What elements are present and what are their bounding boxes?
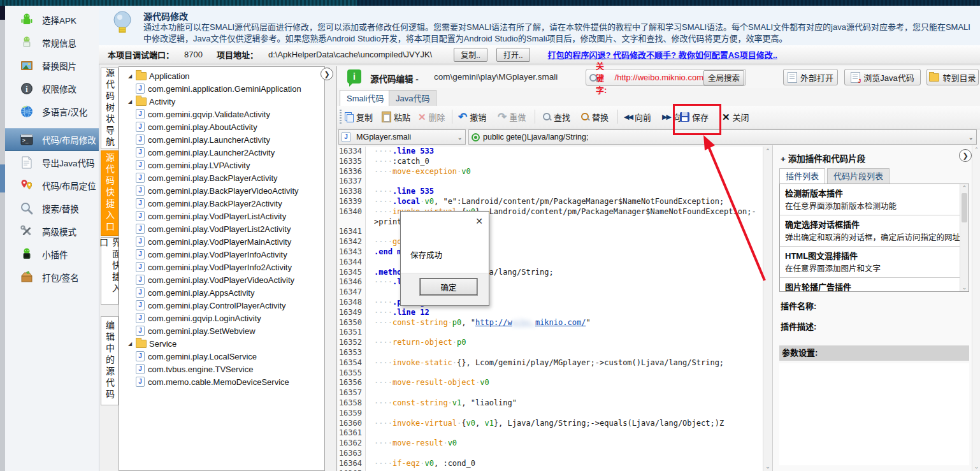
goto-directory-button[interactable]: 转到目录 (926, 69, 979, 85)
global-search-button[interactable]: 全局搜索 (703, 70, 744, 85)
tree-class-item[interactable]: Jcom.gemini.play.ControlPlayerActivity (119, 299, 324, 312)
as-config-help-link[interactable]: 打包的程序闪退? 代码修改不顺手? 教你如何配置AS项目修改.. (548, 48, 777, 61)
paste-button[interactable]: 粘贴 (382, 109, 410, 124)
tree-class-item[interactable]: Jcom.gemini.play.VodPlayerMainActivity (119, 235, 324, 248)
nav-tab-source-shortcut[interactable]: 源代码快捷入口 (101, 150, 119, 236)
plugin-list-item[interactable]: 检测新版本插件在任意界面添加新版本检测功能 (780, 184, 969, 215)
tree-class-item[interactable]: Jcom.gemini.play.VodPlayerInfo2Activity (119, 261, 324, 273)
tree-class-item[interactable]: Jcom.gemini.play.VodPlayerList2Activity (119, 222, 324, 235)
class-tree[interactable]: ◢ApplicationJcom.gemini.application.Gemi… (119, 66, 325, 471)
sidebar-item-select-apk[interactable]: 选择APK (5, 9, 99, 31)
tree-class-item[interactable]: Jcom.gemini.play.LVPActivity (119, 159, 324, 171)
tree-class-item[interactable]: Jcom.gemini.play.VodPlayerInfoActivity (119, 248, 324, 261)
scroll-thumb[interactable] (962, 193, 967, 222)
dialog-close-icon[interactable]: ✕ (475, 217, 483, 226)
sidebar-item-code-layout-locate[interactable]: 代码/布局定位 (5, 175, 99, 196)
tab-java-code[interactable]: Java代码 (389, 90, 436, 106)
tab-plugin-list[interactable]: 插件列表 (779, 168, 825, 184)
delete-button[interactable]: ✕删除 (418, 109, 445, 124)
plugin-list-item[interactable]: 图片轮播广告插件在任意界面添加图片轮播广告 (780, 278, 969, 292)
method-dropdown[interactable]: public gete()Ljava/lang/String; ⌄ (468, 129, 977, 145)
tree-class-item[interactable]: Jcom.gemini.play.LauncherActivity (119, 133, 324, 146)
open-path-button[interactable]: 打开.. (496, 48, 530, 62)
forward-arrows-icon: ▶▶ (662, 112, 670, 122)
keyword-input[interactable]: /http://weibo.miknio.com (615, 73, 703, 82)
scroll-up-icon[interactable]: ⌃ (960, 185, 969, 191)
copy-path-button[interactable]: 复制.. (454, 48, 487, 62)
tree-class-item[interactable]: Jcom.memo.cable.MemoDeviceService (119, 375, 324, 388)
smali-code-area[interactable]: 16334····.line 53316335····:catch_016336… (338, 147, 763, 471)
tree-class-item[interactable]: Jcom.gemini.play.BackPlayer2Activity (119, 197, 324, 210)
browse-java-button[interactable]: 浏览Java代码 (844, 69, 921, 85)
tree-class-item[interactable]: Jcom.tvbus.engine.TVService (119, 363, 324, 375)
tree-class-item[interactable]: Jcom.gemini.play.AboutActivity (119, 120, 324, 133)
tree-class-item[interactable]: Jcom.gemini.application.GeminiApplicatio… (119, 82, 324, 95)
save-icon (680, 112, 689, 122)
sidebar-item-general-info[interactable]: 常规信息 (5, 32, 99, 54)
save-button-main[interactable]: 保存 (680, 109, 709, 124)
tree-class-item[interactable]: Jcom.gemini.gqvip.ValidateActivity (119, 108, 324, 120)
scroll-down-icon[interactable]: ⌄ (960, 284, 969, 291)
line-number: 16352 (338, 338, 366, 348)
scroll-up-icon[interactable]: ⌃ (763, 148, 772, 154)
nav-tab-editing-sources[interactable]: 编辑中的源代码 (101, 316, 119, 405)
scroll-down-icon[interactable]: ⌄ (763, 463, 772, 470)
editor-toolbar: 复制 粘贴 ✕删除 ↶撤销 ↷重做 查找 替换 ◀◀向前 ▶▶向后 保存 ✕关闭 (337, 106, 980, 129)
sidebar-item-search-replace[interactable]: 搜索/替换 (5, 198, 99, 219)
tree-class-item[interactable]: Jcom.gemini.play.SetWebview (119, 324, 324, 337)
plugin-list-item[interactable]: HTML图文混排插件在任意界面添加图片和文字 (780, 247, 969, 278)
expanded-arrow-icon[interactable]: ◢ (128, 341, 136, 347)
collapse-tree-button[interactable]: ❯ (321, 68, 333, 80)
tree-class-item[interactable]: Jcom.gemini.play.BackPlayerActivity (119, 171, 324, 184)
tab-snippet-list[interactable]: 代码片段列表 (827, 168, 890, 184)
nav-tab-source-tree[interactable]: 源代码树状导航 (101, 68, 119, 149)
redo-button[interactable]: ↷重做 (498, 109, 526, 124)
tree-class-item[interactable]: Jcom.gemini.play.BackPlayerVideoActivity (119, 184, 324, 197)
navigate-forward-button[interactable]: ◀◀向前 (624, 109, 651, 124)
sidebar-item-code-layout-edit[interactable]: >_ 代码/布局修改 (5, 128, 99, 151)
sidebar-item-package-sign[interactable]: 打包/签名 (5, 266, 99, 288)
open-external-button[interactable]: 外部打开 (783, 69, 838, 85)
line-number: 16364 (338, 459, 366, 469)
sidebar-item-widgets[interactable]: 小插件 (5, 243, 99, 265)
sidebar-item-label: 选择APK (42, 13, 76, 26)
plugin-list-scrollbar[interactable]: ⌃⌄ (960, 184, 969, 291)
tree-folder[interactable]: ◢Application (119, 69, 324, 82)
expanded-arrow-icon[interactable]: ◢ (128, 99, 136, 105)
keyword-search-box[interactable]: 关键字: /http://weibo.miknio.com 全局搜索 (586, 69, 746, 86)
plugins-scrollbar[interactable]: ⌃ ⌄ (972, 145, 980, 471)
tree-class-item[interactable]: Jcom.gemini.play.VodPlayerListActivity (119, 210, 324, 222)
collapse-plugins-button[interactable]: ❯ (959, 149, 972, 162)
close-button[interactable]: ✕关闭 (722, 109, 749, 124)
plugin-list-item[interactable]: 确定选择对话框插件弹出确定和取消的对话框，确定后访问指定的网址 (780, 215, 969, 247)
scroll-up-icon[interactable]: ⌃ (972, 147, 980, 153)
file-dropdown[interactable]: J MGplayer.smali ⌄ (338, 129, 466, 145)
tree-class-item[interactable]: Jcom.gemini.play.LocalService (119, 350, 324, 363)
sidebar-item-languages[interactable]: 多语言/汉化 (5, 101, 99, 122)
dialog-ok-button[interactable]: 确定 (420, 279, 477, 295)
tree-class-item[interactable]: Jcom.gemini.play.AppsActivity (119, 286, 324, 299)
plugin-description: 在任意界面添加新版本检测功能 (785, 199, 963, 212)
find-button[interactable]: 查找 (542, 109, 570, 124)
sidebar-item-replace-images[interactable]: 替换图片 (5, 55, 99, 76)
tree-folder[interactable]: ◢Service (119, 337, 324, 350)
sidebar-item-export-java[interactable]: 导出Java代码 (5, 152, 99, 173)
tree-class-item[interactable]: Jcom.gemini.gqvip.LoginActivity (119, 312, 324, 324)
tree-class-item[interactable]: Jcom.gemini.play.Launcher2Activity (119, 146, 324, 159)
sidebar-item-advanced-mode[interactable]: 高级模式 (5, 221, 99, 242)
replace-button[interactable]: 替换 (580, 109, 609, 124)
plugin-list[interactable]: 检测新版本插件在任意界面添加新版本检测功能确定选择对话框插件弹出确定和取消的对话… (779, 184, 969, 292)
code-scrollbar[interactable]: ⌃ ⌄ (763, 147, 772, 471)
line-number: 16360 (338, 419, 366, 429)
tab-smali-code[interactable]: Smali代码 (340, 90, 391, 106)
copy-button[interactable]: 复制 (345, 109, 373, 124)
sidebar-item-permissions[interactable]: i 权限修改 (5, 78, 99, 99)
code-line: 16336····move-exception·v0 (338, 167, 763, 177)
scroll-down-icon[interactable]: ⌄ (972, 463, 980, 470)
nav-tab-ui-shortcut[interactable]: 界面快捷入口 (101, 237, 119, 305)
tree-folder[interactable]: ◢Activity (119, 95, 324, 108)
copy-icon (345, 112, 354, 122)
tree-class-item[interactable]: Jcom.gemini.play.VodPlayerVideoActivity (119, 273, 324, 286)
undo-button[interactable]: ↶撤销 (458, 109, 486, 124)
expanded-arrow-icon[interactable]: ◢ (128, 73, 136, 79)
